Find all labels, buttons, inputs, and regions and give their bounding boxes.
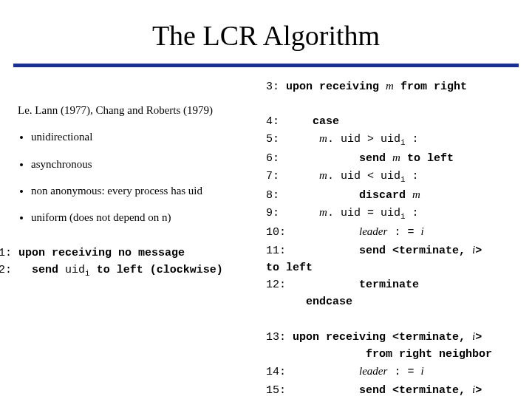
content-area: Le. Lann (1977), Chang and Roberts (1979… bbox=[0, 78, 532, 399]
page-title: The LCR Algorithm bbox=[0, 0, 532, 64]
title-rule bbox=[13, 64, 519, 67]
list-item: non anonymous: every process has uid bbox=[31, 183, 262, 198]
reference-line: Le. Lann (1977), Chang and Roberts (1979… bbox=[18, 103, 262, 117]
left-column: Le. Lann (1977), Chang and Roberts (1979… bbox=[13, 78, 262, 399]
bullet-list: unidirectional asynchronous non anonymou… bbox=[18, 129, 262, 225]
list-item: unidirectional bbox=[31, 129, 262, 144]
slide: The LCR Algorithm Le. Lann (1977), Chang… bbox=[0, 0, 532, 399]
code-block-right: 3: upon receiving m from right 4: case 5… bbox=[262, 78, 519, 399]
list-item: uniform (does not depend on n) bbox=[31, 210, 262, 225]
code-block-left: 1: upon receiving no message 2: send uid… bbox=[0, 245, 262, 279]
list-item: asynchronous bbox=[31, 157, 262, 171]
